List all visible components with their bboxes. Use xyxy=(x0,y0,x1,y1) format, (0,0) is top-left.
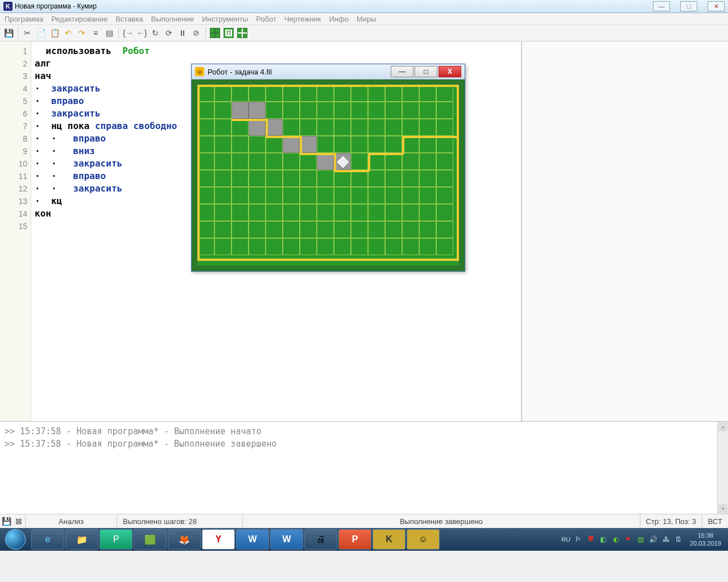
grid-cell xyxy=(402,187,419,204)
line-num: 5 xyxy=(0,95,27,107)
step-in-icon[interactable]: {→ xyxy=(122,27,134,39)
robot-titlebar[interactable]: ☺ Робот - задача 4.fil — □ X xyxy=(192,64,465,80)
step-out-icon[interactable]: ←} xyxy=(135,27,148,39)
tray-nvidia-icon[interactable]: ◐ xyxy=(611,535,621,544)
statusbar: 💾 ⊠ Анализ Выполнено шагов: 28 Выполнени… xyxy=(0,514,728,528)
grid-cell xyxy=(334,170,351,187)
run-icon[interactable]: ↻ xyxy=(149,27,162,39)
menu-tools[interactable]: Инструменты xyxy=(202,15,248,23)
scroll-up-icon[interactable]: ▴ xyxy=(718,422,727,431)
pause-icon[interactable]: ⏸ xyxy=(176,27,189,39)
taskbar-app-icon[interactable]: 🟩 xyxy=(134,529,167,550)
start-button[interactable] xyxy=(0,528,31,551)
tray-update-icon[interactable]: ⚑ xyxy=(624,535,633,544)
taskbar-powerpoint-icon[interactable]: P xyxy=(338,529,371,550)
tray-gpu-icon[interactable]: ▧ xyxy=(636,535,646,544)
grid-cell xyxy=(231,136,249,153)
grid-cell xyxy=(283,204,300,221)
tray-app-icon[interactable]: ◧ xyxy=(599,535,608,544)
window-title: Новая программа - Кумир xyxy=(15,2,97,10)
cut-icon[interactable]: ✂ xyxy=(21,27,34,39)
paste-icon[interactable]: 📋 xyxy=(48,27,61,39)
tray-flag-icon[interactable]: 🏳 xyxy=(574,535,583,544)
grid-cell xyxy=(266,238,283,255)
tray-network-icon[interactable]: 🖧 xyxy=(661,535,671,544)
menu-worlds[interactable]: Миры xyxy=(357,15,377,23)
windows-taskbar[interactable]: e 📁 P 🟩 🦊 Y W W 🖨 P K ☺ RU 🏳 ⛊ ◧ ◐ ⚑ ▧ 🔊… xyxy=(0,528,728,551)
painted-cell xyxy=(283,136,300,153)
taskbar-word2-icon[interactable]: W xyxy=(270,529,303,550)
grid-cell xyxy=(283,238,300,255)
app-icon: K xyxy=(3,2,13,11)
list-icon[interactable]: ≡ xyxy=(89,27,102,39)
split-view-icon[interactable] xyxy=(236,27,249,39)
line-num: 8 xyxy=(0,132,27,145)
console-output[interactable]: >> 15:37:58 - Новая программа* - Выполне… xyxy=(0,421,728,514)
grid-cell xyxy=(197,170,214,187)
minimize-button[interactable]: — xyxy=(653,1,670,11)
taskbar-word-icon[interactable]: W xyxy=(236,529,269,550)
grid-cell xyxy=(385,85,402,102)
tray-clock[interactable]: 15:38 20.03.2019 xyxy=(686,531,725,547)
grid-cell xyxy=(197,136,214,153)
taskbar-explorer-icon[interactable]: 📁 xyxy=(65,529,98,550)
menu-info[interactable]: Инфо xyxy=(329,15,348,23)
tray-shield-icon[interactable]: ⛊ xyxy=(586,535,595,544)
tray-lang[interactable]: RU xyxy=(561,536,570,543)
menu-drawer[interactable]: Чертежник xyxy=(284,15,321,23)
menu-run[interactable]: Выполнение xyxy=(151,15,194,23)
pi-view-icon[interactable]: П xyxy=(222,27,235,39)
grid-cell xyxy=(197,85,214,102)
robot-close-button[interactable]: X xyxy=(439,66,461,77)
grid-cell xyxy=(385,153,402,170)
save-icon[interactable]: 💾 xyxy=(2,27,15,39)
menu-robot[interactable]: Робот xyxy=(256,15,276,23)
grid-cell xyxy=(214,204,231,221)
taskbar-firefox-icon[interactable]: 🦊 xyxy=(168,529,201,550)
menu-insert[interactable]: Вставка xyxy=(115,15,143,23)
menu-program[interactable]: Программа xyxy=(5,15,43,23)
scrollbar[interactable]: ▴ ▾ xyxy=(717,422,728,514)
grid-view-icon[interactable] xyxy=(209,27,221,39)
robot-minimize-button[interactable]: — xyxy=(391,66,413,77)
grid-cell xyxy=(317,170,334,187)
console-line: >> 15:37:58 - Новая программа* - Выполне… xyxy=(5,438,723,450)
tray-volume-icon[interactable]: 🔊 xyxy=(649,535,658,544)
taskbar-ie-icon[interactable]: e xyxy=(31,529,64,550)
taskbar-yandex-icon[interactable]: Y xyxy=(202,529,235,550)
grid-cell xyxy=(249,238,266,255)
grid-cell xyxy=(334,85,351,102)
close-button[interactable]: ✕ xyxy=(708,1,725,11)
line-num: 15 xyxy=(0,220,27,232)
robot-window[interactable]: ☺ Робот - задача 4.fil — □ X xyxy=(191,64,465,272)
doc-icon[interactable]: ▤ xyxy=(103,27,115,39)
wall xyxy=(197,259,459,261)
run-fast-icon[interactable]: ⟳ xyxy=(163,27,175,39)
grid-cell xyxy=(419,153,436,170)
scroll-down-icon[interactable]: ▾ xyxy=(718,504,727,513)
taskbar-printer-icon[interactable]: 🖨 xyxy=(304,529,337,550)
grid-cell xyxy=(351,153,368,170)
copy-icon[interactable]: 📄 xyxy=(35,27,47,39)
menu-edit[interactable]: Редактирование xyxy=(51,15,107,23)
undo-icon[interactable]: ↶ xyxy=(62,27,75,39)
maximize-button[interactable]: □ xyxy=(680,1,697,11)
taskbar-kumir-icon[interactable]: K xyxy=(373,529,406,550)
robot-maximize-button[interactable]: □ xyxy=(415,66,437,77)
grid-cell xyxy=(368,102,385,119)
redo-icon[interactable]: ↷ xyxy=(76,27,88,39)
system-tray[interactable]: RU 🏳 ⛊ ◧ ◐ ⚑ ▧ 🔊 🖧 🗓 15:38 20.03.2019 xyxy=(561,531,728,547)
save-status-icon[interactable]: 💾 xyxy=(0,517,13,526)
tray-battery-icon[interactable]: 🗓 xyxy=(674,535,683,544)
stop-icon[interactable]: ⊘ xyxy=(190,27,202,39)
separator xyxy=(118,27,119,39)
taskbar-robot-icon[interactable]: ☺ xyxy=(407,529,440,550)
grid-cell xyxy=(351,136,368,153)
taskbar-publisher-icon[interactable]: P xyxy=(100,529,133,550)
wall xyxy=(300,136,302,154)
error-status-icon[interactable]: ⊠ xyxy=(13,517,25,526)
grid-cell xyxy=(402,221,419,238)
wall xyxy=(197,85,459,87)
grid-cell xyxy=(436,221,453,238)
robot-field[interactable] xyxy=(197,85,459,265)
